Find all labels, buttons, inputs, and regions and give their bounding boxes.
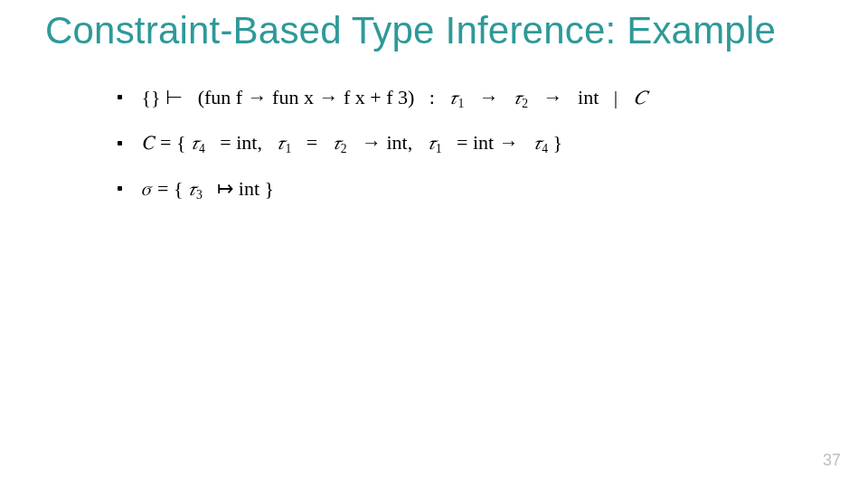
bullet-icon bbox=[118, 186, 122, 191]
sub: 1 bbox=[285, 143, 291, 156]
tau: 𝜏 bbox=[514, 86, 522, 108]
tau1: 𝜏1 bbox=[449, 86, 464, 108]
sub: 1 bbox=[436, 143, 442, 156]
env: {} bbox=[142, 86, 161, 108]
sub: 2 bbox=[341, 143, 347, 156]
sigma-lhs: 𝜎 = { bbox=[142, 177, 184, 200]
c1-eq: = int, bbox=[220, 131, 262, 154]
tau2: 𝜏2 bbox=[514, 86, 528, 108]
C: 𝐶 bbox=[633, 86, 646, 108]
bar: | bbox=[614, 86, 618, 108]
sub: 4 bbox=[542, 143, 548, 156]
bullet-judgment: {} ⊢ (fun f → fun x → f x + f 3) : 𝜏1 → … bbox=[118, 86, 750, 111]
tau: 𝜏 bbox=[333, 131, 341, 154]
tau: 𝜏 bbox=[533, 131, 542, 154]
int: int bbox=[578, 86, 599, 108]
sub: 2 bbox=[522, 97, 528, 110]
turnstile: ⊢ bbox=[165, 86, 183, 108]
colon: : bbox=[429, 86, 435, 108]
arrow: → bbox=[479, 86, 499, 108]
sub: 3 bbox=[196, 188, 203, 202]
bullet-constraints: 𝐶 = { 𝜏4 = int, 𝜏1 = 𝜏2 → int, 𝜏1 = int … bbox=[118, 131, 750, 156]
c-lhs: 𝐶 = { bbox=[142, 131, 186, 154]
c2-eq: = bbox=[307, 131, 317, 154]
mapsto: ↦ int bbox=[217, 177, 259, 200]
sub: 4 bbox=[199, 143, 205, 156]
tau: 𝜏 bbox=[188, 177, 196, 200]
slide-title: Constraint-Based Type Inference: Example bbox=[45, 9, 776, 52]
bullet-icon bbox=[118, 141, 122, 145]
slide-body: {} ⊢ (fun f → fun x → f x + f 3) : 𝜏1 → … bbox=[118, 86, 750, 222]
c2-rest: → int, bbox=[362, 131, 412, 154]
tau: 𝜏 bbox=[191, 131, 199, 154]
expr: (fun f → fun x → f x + f 3) bbox=[198, 86, 415, 108]
bullet-subst: 𝜎 = { 𝜏3 ↦ int } bbox=[118, 177, 750, 202]
page-number: 37 bbox=[823, 451, 841, 470]
c3-eq: = int → bbox=[457, 131, 519, 154]
bullet-icon bbox=[118, 95, 122, 99]
c-rhs: } bbox=[552, 131, 562, 154]
sigma-rhs: } bbox=[265, 177, 275, 200]
arrow: → bbox=[543, 86, 563, 108]
tau: 𝜏 bbox=[428, 131, 436, 154]
sub: 1 bbox=[458, 97, 464, 110]
